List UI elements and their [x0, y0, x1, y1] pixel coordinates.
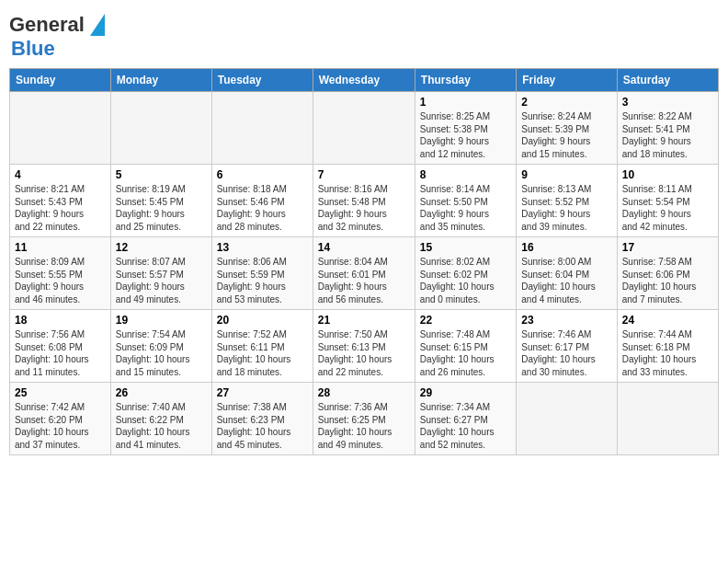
- day-number: 14: [318, 241, 410, 254]
- day-number: 10: [622, 168, 713, 181]
- calendar-week-row: 18Sunrise: 7:56 AM Sunset: 6:08 PM Dayli…: [10, 310, 719, 383]
- day-info: Sunrise: 8:18 AM Sunset: 5:46 PM Dayligh…: [217, 183, 308, 233]
- calendar-cell: 1Sunrise: 8:25 AM Sunset: 5:38 PM Daylig…: [415, 92, 516, 165]
- day-number: 13: [217, 241, 308, 254]
- calendar-cell: [313, 92, 415, 165]
- day-number: 24: [622, 314, 713, 327]
- day-number: 6: [217, 168, 308, 181]
- page-header: General Blue: [9, 9, 719, 61]
- day-number: 22: [420, 314, 511, 327]
- column-header-sunday: Sunday: [10, 69, 111, 92]
- day-info: Sunrise: 7:40 AM Sunset: 6:22 PM Dayligh…: [116, 401, 207, 451]
- day-number: 25: [15, 386, 106, 399]
- calendar-cell: 22Sunrise: 7:48 AM Sunset: 6:15 PM Dayli…: [415, 310, 516, 383]
- calendar-week-row: 1Sunrise: 8:25 AM Sunset: 5:38 PM Daylig…: [10, 92, 719, 165]
- calendar-week-row: 25Sunrise: 7:42 AM Sunset: 6:20 PM Dayli…: [10, 383, 719, 455]
- day-number: 1: [420, 96, 511, 109]
- day-info: Sunrise: 8:06 AM Sunset: 5:59 PM Dayligh…: [217, 256, 308, 305]
- column-header-monday: Monday: [110, 69, 211, 92]
- calendar-table: SundayMondayTuesdayWednesdayThursdayFrid…: [9, 68, 719, 455]
- day-number: 11: [15, 241, 106, 254]
- day-number: 29: [420, 386, 511, 399]
- calendar-cell: 12Sunrise: 8:07 AM Sunset: 5:57 PM Dayli…: [110, 237, 211, 310]
- day-info: Sunrise: 7:38 AM Sunset: 6:23 PM Dayligh…: [217, 401, 308, 451]
- day-number: 2: [521, 96, 611, 109]
- calendar-cell: 9Sunrise: 8:13 AM Sunset: 5:52 PM Daylig…: [517, 165, 617, 237]
- calendar-cell: 10Sunrise: 8:11 AM Sunset: 5:54 PM Dayli…: [617, 165, 718, 237]
- calendar-cell: 24Sunrise: 7:44 AM Sunset: 6:18 PM Dayli…: [617, 310, 718, 383]
- calendar-cell: 4Sunrise: 8:21 AM Sunset: 5:43 PM Daylig…: [10, 165, 111, 237]
- day-info: Sunrise: 7:42 AM Sunset: 6:20 PM Dayligh…: [15, 401, 106, 451]
- day-number: 16: [521, 241, 611, 254]
- day-number: 19: [116, 314, 207, 327]
- calendar-cell: 14Sunrise: 8:04 AM Sunset: 6:01 PM Dayli…: [313, 237, 415, 310]
- day-info: Sunrise: 8:13 AM Sunset: 5:52 PM Dayligh…: [521, 183, 611, 233]
- calendar-cell: [10, 92, 111, 165]
- calendar-cell: 26Sunrise: 7:40 AM Sunset: 6:22 PM Dayli…: [110, 383, 211, 455]
- day-info: Sunrise: 7:58 AM Sunset: 6:06 PM Dayligh…: [622, 256, 713, 305]
- day-info: Sunrise: 7:46 AM Sunset: 6:17 PM Dayligh…: [521, 328, 611, 378]
- day-number: 7: [318, 168, 410, 181]
- calendar-cell: [110, 92, 211, 165]
- calendar-cell: 6Sunrise: 8:18 AM Sunset: 5:46 PM Daylig…: [211, 165, 313, 237]
- logo-icon: [86, 14, 105, 36]
- day-info: Sunrise: 8:00 AM Sunset: 6:04 PM Dayligh…: [521, 256, 611, 305]
- day-info: Sunrise: 8:24 AM Sunset: 5:39 PM Dayligh…: [521, 110, 611, 160]
- calendar-cell: [617, 383, 718, 455]
- day-info: Sunrise: 7:48 AM Sunset: 6:15 PM Dayligh…: [420, 328, 511, 378]
- day-info: Sunrise: 7:54 AM Sunset: 6:09 PM Dayligh…: [116, 328, 207, 378]
- column-header-friday: Friday: [517, 69, 617, 92]
- day-info: Sunrise: 8:11 AM Sunset: 5:54 PM Dayligh…: [622, 183, 713, 233]
- day-number: 4: [15, 168, 106, 181]
- calendar-cell: 19Sunrise: 7:54 AM Sunset: 6:09 PM Dayli…: [110, 310, 211, 383]
- calendar-cell: 29Sunrise: 7:34 AM Sunset: 6:27 PM Dayli…: [415, 383, 516, 455]
- logo: General Blue: [9, 13, 105, 61]
- day-number: 28: [318, 386, 410, 399]
- day-info: Sunrise: 8:07 AM Sunset: 5:57 PM Dayligh…: [116, 256, 207, 305]
- calendar-cell: 25Sunrise: 7:42 AM Sunset: 6:20 PM Dayli…: [10, 383, 111, 455]
- day-number: 8: [420, 168, 511, 181]
- day-number: 26: [116, 386, 207, 399]
- day-number: 3: [622, 96, 713, 109]
- day-number: 15: [420, 241, 511, 254]
- calendar-cell: 16Sunrise: 8:00 AM Sunset: 6:04 PM Dayli…: [517, 237, 617, 310]
- calendar-cell: 17Sunrise: 7:58 AM Sunset: 6:06 PM Dayli…: [617, 237, 718, 310]
- calendar-cell: 11Sunrise: 8:09 AM Sunset: 5:55 PM Dayli…: [10, 237, 111, 310]
- calendar-cell: 20Sunrise: 7:52 AM Sunset: 6:11 PM Dayli…: [211, 310, 313, 383]
- calendar-cell: 21Sunrise: 7:50 AM Sunset: 6:13 PM Dayli…: [313, 310, 415, 383]
- day-number: 21: [318, 314, 410, 327]
- day-info: Sunrise: 8:04 AM Sunset: 6:01 PM Dayligh…: [318, 256, 410, 305]
- calendar-cell: 27Sunrise: 7:38 AM Sunset: 6:23 PM Dayli…: [211, 383, 313, 455]
- day-info: Sunrise: 7:52 AM Sunset: 6:11 PM Dayligh…: [217, 328, 308, 378]
- calendar-week-row: 4Sunrise: 8:21 AM Sunset: 5:43 PM Daylig…: [10, 165, 719, 237]
- svg-marker-0: [90, 14, 105, 36]
- day-info: Sunrise: 8:14 AM Sunset: 5:50 PM Dayligh…: [420, 183, 511, 233]
- calendar-cell: [517, 383, 617, 455]
- day-number: 9: [521, 168, 611, 181]
- calendar-cell: 7Sunrise: 8:16 AM Sunset: 5:48 PM Daylig…: [313, 165, 415, 237]
- calendar-week-row: 11Sunrise: 8:09 AM Sunset: 5:55 PM Dayli…: [10, 237, 719, 310]
- day-number: 23: [521, 314, 611, 327]
- calendar-header-row: SundayMondayTuesdayWednesdayThursdayFrid…: [10, 69, 719, 92]
- day-info: Sunrise: 8:09 AM Sunset: 5:55 PM Dayligh…: [15, 256, 106, 305]
- column-header-tuesday: Tuesday: [211, 69, 313, 92]
- calendar-cell: 8Sunrise: 8:14 AM Sunset: 5:50 PM Daylig…: [415, 165, 516, 237]
- day-info: Sunrise: 7:44 AM Sunset: 6:18 PM Dayligh…: [622, 328, 713, 378]
- day-number: 20: [217, 314, 308, 327]
- day-info: Sunrise: 7:36 AM Sunset: 6:25 PM Dayligh…: [318, 401, 410, 451]
- day-number: 27: [217, 386, 308, 399]
- column-header-saturday: Saturday: [617, 69, 718, 92]
- day-info: Sunrise: 8:25 AM Sunset: 5:38 PM Dayligh…: [420, 110, 511, 160]
- day-number: 18: [15, 314, 106, 327]
- day-info: Sunrise: 8:16 AM Sunset: 5:48 PM Dayligh…: [318, 183, 410, 233]
- day-info: Sunrise: 8:19 AM Sunset: 5:45 PM Dayligh…: [116, 183, 207, 233]
- day-number: 5: [116, 168, 207, 181]
- day-number: 17: [622, 241, 713, 254]
- day-info: Sunrise: 8:22 AM Sunset: 5:41 PM Dayligh…: [622, 110, 713, 160]
- day-info: Sunrise: 7:34 AM Sunset: 6:27 PM Dayligh…: [420, 401, 511, 451]
- calendar-cell: 28Sunrise: 7:36 AM Sunset: 6:25 PM Dayli…: [313, 383, 415, 455]
- day-info: Sunrise: 7:50 AM Sunset: 6:13 PM Dayligh…: [318, 328, 410, 378]
- column-header-wednesday: Wednesday: [313, 69, 415, 92]
- calendar-cell: 3Sunrise: 8:22 AM Sunset: 5:41 PM Daylig…: [617, 92, 718, 165]
- day-info: Sunrise: 7:56 AM Sunset: 6:08 PM Dayligh…: [15, 328, 106, 378]
